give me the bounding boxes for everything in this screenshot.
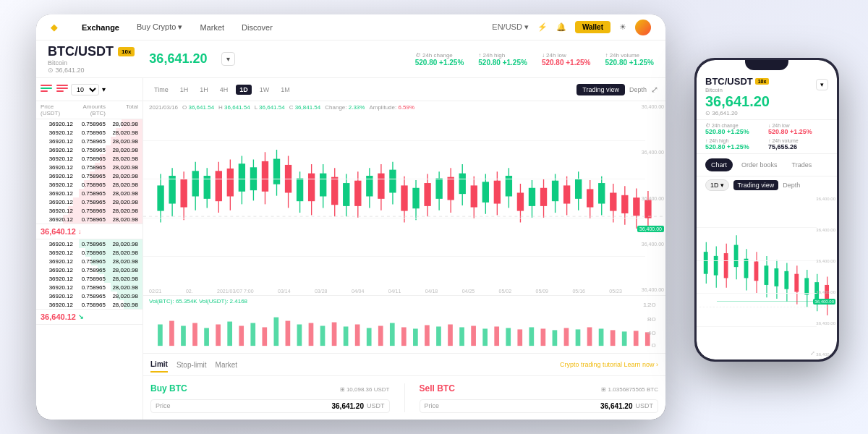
learn-now-link[interactable]: Learn now ›	[624, 361, 658, 368]
orderbook-row-bid[interactable]: 36920.120.75896528,020.98	[36, 257, 142, 265]
wallet-button[interactable]: Wallet	[575, 21, 610, 33]
orderbook-view-icon[interactable]	[41, 85, 52, 95]
time-btn-1h-a[interactable]: 1H	[176, 85, 192, 95]
svg-rect-149	[804, 278, 809, 294]
phone-tab-chart[interactable]: Chart	[705, 158, 733, 171]
svg-rect-5	[192, 171, 198, 196]
buy-price-input[interactable]: Price 36,641.20 USDT	[150, 399, 390, 413]
orderbook-row-ask[interactable]: 36920.120.75896528,020.98	[36, 145, 142, 154]
orderbook-toolbar: 102050 ▾	[36, 78, 142, 101]
orderbook-row-ask[interactable]: 36920.120.75896528,020.98	[36, 189, 142, 197]
svg-rect-106	[378, 326, 383, 346]
depth-button[interactable]: Depth	[629, 86, 647, 93]
phone-trading-view-btn[interactable]: Trading view	[733, 180, 779, 190]
phone-time-select[interactable]: 1D ▾	[705, 179, 729, 191]
sell-currency: USDT	[636, 402, 654, 409]
ob-cell-0: 36920.12	[41, 208, 73, 214]
orderbook-size-select[interactable]: 102050	[71, 84, 99, 95]
svg-rect-135	[704, 252, 708, 274]
theme-icon[interactable]: ☀	[619, 22, 626, 32]
svg-rect-143	[765, 265, 769, 285]
phone-tab-orderbooks[interactable]: Order books	[736, 158, 783, 171]
phone-expand-icon[interactable]: ⤢	[810, 350, 815, 357]
phone-grid-3	[697, 293, 817, 294]
svg-rect-79	[610, 193, 616, 210]
time-btn-4h[interactable]: 4H	[216, 85, 232, 95]
orderbook-row-ask[interactable]: 36920.120.75896528,020.98	[36, 137, 142, 145]
phone-change-label: ⏱ 24h change	[705, 123, 765, 128]
orderbook-panel: 102050 ▾ Price(USDT) Amounts(BTC) Total …	[36, 78, 143, 420]
svg-rect-115	[482, 328, 488, 346]
tab-market[interactable]: Market	[216, 358, 238, 372]
orderbook-row-ask[interactable]: 36920.120.75896528,020.98	[36, 197, 142, 206]
orderbook-row-ask[interactable]: 36920.120.75896528,020.98	[36, 119, 142, 128]
orderbook-row-bid[interactable]: 36920.120.75896528,020.98	[36, 292, 142, 300]
expand-icon[interactable]: ⤢	[651, 85, 658, 95]
phone-pair-info: BTC/USDT 10x Bitcoin	[705, 76, 769, 93]
svg-rect-137	[714, 256, 718, 276]
svg-rect-13	[274, 159, 280, 184]
tab-limit[interactable]: Limit	[150, 357, 168, 373]
time-btn-1h-b[interactable]: 1H	[196, 85, 212, 95]
nav-discover[interactable]: Discover	[242, 23, 273, 32]
svg-rect-118	[517, 329, 522, 346]
time-btn-1w[interactable]: 1W	[256, 85, 273, 95]
orderbook-row-bid[interactable]: 36920.120.75896528,020.98	[36, 248, 142, 257]
nav-exchange[interactable]: Exchange	[82, 23, 119, 32]
svg-rect-43	[181, 180, 187, 207]
phone-tab-trades[interactable]: Trades	[786, 158, 818, 171]
orderbook-row-ask[interactable]: 36920.120.75896528,020.98	[36, 154, 142, 163]
phone-price-label-1: 36,400.00	[816, 197, 835, 201]
ob-cell-1: 0.758965	[73, 121, 106, 127]
ob-cell-2: 28,020.98	[106, 241, 138, 247]
phone-depth-btn[interactable]: Depth	[783, 182, 800, 189]
buy-currency: USDT	[367, 402, 385, 409]
svg-rect-59	[378, 174, 384, 199]
time-btn-1d[interactable]: 1D	[236, 85, 252, 95]
svg-text:80: 80	[647, 315, 656, 322]
volume-chart: Vol(BTC): 65.354K Vol(USDT): 2.4168	[143, 295, 665, 353]
x-label-13: 05/23	[609, 289, 622, 294]
orderbook-chevron-down-icon[interactable]: ▾	[102, 85, 106, 93]
svg-rect-53	[309, 174, 315, 201]
orderbook-row-ask[interactable]: 36920.120.75896528,020.98	[36, 171, 142, 180]
svg-rect-117	[506, 328, 511, 346]
orderbook-row-ask[interactable]: 36920.120.75896528,020.98	[36, 163, 142, 171]
nav-buy-crypto[interactable]: Buy Crypto ▾	[137, 22, 182, 32]
tab-stop-limit[interactable]: Stop-limit	[176, 358, 207, 372]
time-btn-1m[interactable]: 1M	[277, 85, 294, 95]
x-label-1: 02/21	[149, 289, 162, 294]
svg-rect-139	[734, 245, 739, 268]
orderbook-row-bid[interactable]: 36920.120.75896528,020.98	[36, 239, 142, 248]
phone-grid-2	[697, 260, 817, 261]
orderbook-row-bid[interactable]: 36920.120.75896528,020.98	[36, 274, 142, 283]
time-btn-time[interactable]: Time	[150, 85, 172, 95]
leverage-badge: 10x	[118, 47, 135, 56]
lang-selector[interactable]: EN/USD ▾	[492, 22, 529, 32]
phone-price-label-2: 36,400.00	[816, 228, 835, 232]
trading-view-button[interactable]: Trading view	[576, 84, 625, 95]
nav-market[interactable]: Market	[200, 23, 224, 32]
orderbook-row-bid[interactable]: 36920.120.75896528,020.98	[36, 265, 142, 274]
orderbook-row-ask[interactable]: 36920.120.75896528,020.98	[36, 128, 142, 137]
orderbook-row-ask[interactable]: 36920.120.75896528,020.98	[36, 180, 142, 189]
ob-cell-1: 0.758965	[73, 156, 106, 162]
ob-cell-0: 36920.12	[41, 164, 73, 171]
pair-ref-price: ⊙ 36,641.20	[48, 67, 135, 74]
x-label-8: 04/18	[425, 289, 438, 294]
orderbook-row-bid[interactable]: 36920.120.75896528,020.98	[36, 300, 142, 309]
ob-cell-2: 28,020.98	[106, 216, 138, 223]
price-label-3: 36,400.00	[642, 196, 664, 201]
phone-dropdown-button[interactable]: ▾	[816, 79, 828, 90]
orderbook-row-ask[interactable]: 36920.120.75896528,020.98	[36, 215, 142, 224]
sell-price-input[interactable]: Price 36,641.20 USDT	[420, 399, 659, 413]
bid-rows: 36920.120.75896528,020.9836920.120.75896…	[36, 239, 142, 309]
orderbook-row-ask[interactable]: 36920.120.75896528,020.98	[36, 206, 142, 215]
chart-panel: Time 1H 1H 4H 1D 1W 1M Trading view Dept…	[143, 78, 665, 420]
pair-dropdown-button[interactable]: ▾	[221, 52, 235, 66]
ob-cell-1: 0.758965	[73, 164, 106, 171]
avatar[interactable]	[635, 20, 651, 35]
orderbook-sells-icon[interactable]	[56, 85, 68, 95]
orderbook-row-bid[interactable]: 36920.120.75896528,020.98	[36, 283, 142, 292]
bell-icon[interactable]: 🔔	[556, 22, 566, 32]
